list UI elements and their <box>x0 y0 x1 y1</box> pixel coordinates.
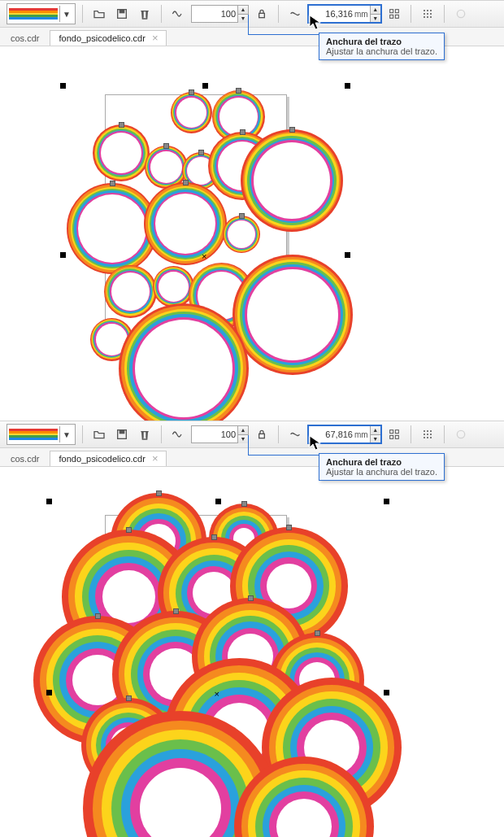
document-tab-active[interactable]: fondo_psicodelico.cdr× <box>50 451 167 466</box>
bounds-icon[interactable] <box>385 4 404 24</box>
stroke-color-picker[interactable]: ▼ <box>7 3 76 24</box>
node-handle[interactable] <box>189 90 193 94</box>
bounds-icon[interactable] <box>385 425 404 444</box>
node-handle[interactable] <box>241 130 245 134</box>
spinner-up-icon[interactable]: ▲ <box>238 426 248 434</box>
selection-handle[interactable] <box>46 499 52 504</box>
selection-center-icon[interactable]: × <box>202 251 206 261</box>
wave-icon[interactable] <box>168 425 188 444</box>
opacity-value[interactable]: 100 <box>192 429 237 439</box>
separator <box>161 425 162 443</box>
node-handle[interactable] <box>199 150 203 155</box>
svg-point-16 <box>457 10 464 17</box>
save-icon[interactable] <box>112 4 132 24</box>
svg-point-12 <box>430 13 432 15</box>
spinner-up-icon[interactable]: ▲ <box>371 6 380 14</box>
close-icon[interactable]: × <box>152 452 159 464</box>
tooltip: Anchura del trazoAjustar la anchura del … <box>319 453 445 481</box>
separator <box>82 5 83 23</box>
selection-handle[interactable] <box>345 252 350 258</box>
selection-handle[interactable] <box>60 83 66 89</box>
open-icon[interactable] <box>89 4 109 24</box>
opacity-input[interactable]: 100▲▼ <box>191 5 249 23</box>
node-handle[interactable] <box>96 614 100 618</box>
svg-rect-20 <box>389 430 393 434</box>
spinner-down-icon[interactable]: ▼ <box>371 14 380 23</box>
tab-label: fondo_psicodelico.cdr <box>59 454 145 464</box>
close-icon[interactable]: × <box>152 32 159 44</box>
spinner-down-icon[interactable]: ▼ <box>371 434 380 443</box>
selection-handle[interactable] <box>202 83 208 89</box>
node-handle[interactable] <box>127 528 131 532</box>
selection-handle[interactable] <box>345 83 350 89</box>
spinner-up-icon[interactable]: ▲ <box>238 6 248 14</box>
rainbow-swatch <box>9 8 58 20</box>
node-handle[interactable] <box>242 502 246 506</box>
trash-icon[interactable] <box>135 425 154 444</box>
node-handle[interactable] <box>287 525 291 530</box>
node-handle[interactable] <box>111 181 115 185</box>
svg-point-8 <box>427 10 428 11</box>
selection-handle[interactable] <box>60 252 66 258</box>
selection-handle[interactable] <box>384 499 389 504</box>
node-handle[interactable] <box>315 631 319 635</box>
spinner-down-icon[interactable]: ▼ <box>238 434 248 443</box>
selection-handle[interactable] <box>46 690 52 695</box>
chevron-down-icon[interactable]: ▼ <box>59 6 73 22</box>
separator <box>411 425 411 443</box>
separator <box>444 425 445 443</box>
selection-center-icon[interactable]: × <box>215 689 219 699</box>
svg-rect-23 <box>395 435 398 438</box>
node-handle[interactable] <box>174 609 178 613</box>
separator <box>411 5 411 23</box>
tooltip: Anchura del trazoAjustar la anchura del … <box>319 33 445 60</box>
node-handle[interactable] <box>240 214 244 218</box>
svg-point-33 <box>457 430 464 438</box>
dots-icon[interactable] <box>418 4 437 24</box>
selection-handle[interactable] <box>384 690 389 695</box>
open-icon[interactable] <box>89 425 109 444</box>
svg-point-24 <box>424 430 425 432</box>
chevron-down-icon[interactable]: ▼ <box>59 426 73 442</box>
wave-icon[interactable] <box>168 4 188 24</box>
circle-icon <box>451 4 471 24</box>
node-handle[interactable] <box>157 491 161 495</box>
tab-label: cos.cdr <box>11 33 39 43</box>
svg-point-29 <box>430 434 432 435</box>
opacity-input[interactable]: 100▲▼ <box>191 425 249 443</box>
svg-rect-1 <box>119 10 124 13</box>
node-handle[interactable] <box>119 123 124 127</box>
node-handle[interactable] <box>184 181 188 185</box>
spinner-up-icon[interactable]: ▲ <box>371 426 380 434</box>
node-handle[interactable] <box>164 144 168 148</box>
tooltip-body: Ajustar la anchura del trazo. <box>326 46 437 56</box>
node-handle[interactable] <box>127 696 131 700</box>
separator <box>82 425 83 443</box>
svg-rect-18 <box>119 430 124 434</box>
svg-rect-5 <box>389 15 393 18</box>
cursor-icon <box>309 15 322 33</box>
svg-point-9 <box>430 10 432 11</box>
tab-label: fondo_psicodelico.cdr <box>59 33 145 43</box>
stroke-color-picker[interactable]: ▼ <box>7 424 76 445</box>
document-tab-active[interactable]: fondo_psicodelico.cdr× <box>50 30 167 46</box>
drawing-canvas[interactable]: × <box>0 467 504 837</box>
save-icon[interactable] <box>112 425 132 444</box>
dots-icon[interactable] <box>418 425 437 444</box>
rainbow-swatch <box>9 429 58 440</box>
drawing-canvas[interactable]: × <box>0 46 504 421</box>
separator <box>161 5 162 23</box>
spinner-down-icon[interactable]: ▼ <box>238 14 248 23</box>
node-handle[interactable] <box>290 128 294 132</box>
svg-rect-4 <box>395 10 398 13</box>
node-handle[interactable] <box>212 535 216 539</box>
opacity-value[interactable]: 100 <box>192 9 237 19</box>
node-handle[interactable] <box>249 596 253 600</box>
document-tab[interactable]: cos.cdr <box>2 30 48 46</box>
svg-point-27 <box>424 434 425 435</box>
document-tab[interactable]: cos.cdr <box>2 451 48 466</box>
svg-point-13 <box>424 16 425 18</box>
selection-handle[interactable] <box>215 499 221 504</box>
node-handle[interactable] <box>237 89 241 93</box>
trash-icon[interactable] <box>135 4 154 24</box>
